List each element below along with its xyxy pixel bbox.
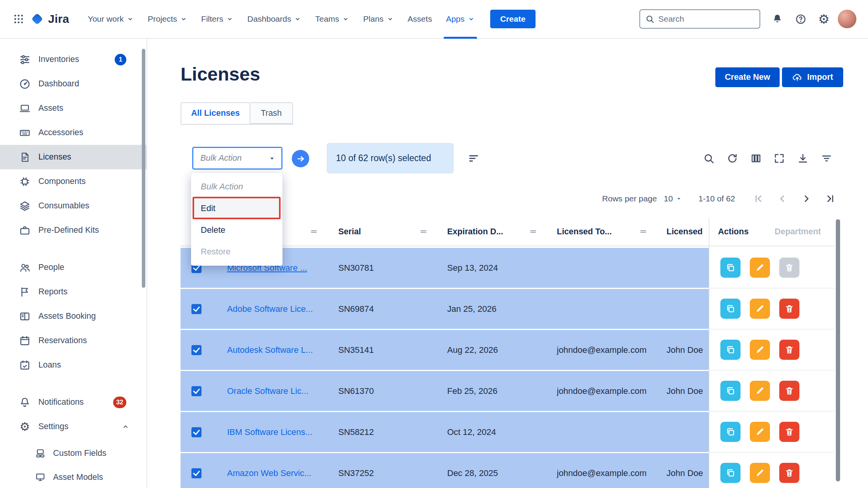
book-icon	[19, 311, 31, 322]
arrow-right-icon	[296, 154, 305, 163]
chevron-down-icon	[676, 196, 682, 202]
notifications-count-badge: 32	[113, 397, 126, 408]
sidebar-item-settings[interactable]: ⚙ Settings	[0, 414, 146, 439]
chevron-down-icon	[387, 15, 394, 22]
sidebar-item-dashboard[interactable]: Dashboard	[0, 72, 146, 96]
last-page-icon[interactable]	[823, 192, 837, 206]
filter-icon[interactable]	[818, 150, 835, 167]
import-button[interactable]: Import	[782, 67, 843, 87]
previous-page-icon[interactable]	[775, 192, 789, 206]
help-icon[interactable]	[791, 10, 810, 28]
copy-icon[interactable]	[720, 258, 741, 278]
row-checkbox[interactable]	[191, 345, 202, 355]
primary-navigation: Your work Projects Filters Dashboards Te…	[81, 0, 482, 38]
licensed-to-cell: johndoe@example.com	[557, 371, 646, 411]
bulk-menu-item-edit[interactable]: Edit	[191, 198, 282, 219]
nav-filters[interactable]: Filters	[194, 0, 240, 38]
copy-icon[interactable]	[720, 463, 741, 483]
nav-your-work[interactable]: Your work	[81, 0, 141, 38]
edit-pencil-icon[interactable]	[750, 381, 770, 401]
delete-trash-icon[interactable]	[779, 299, 799, 319]
column-drag-handle[interactable]	[310, 228, 318, 235]
sidebar-item-inventories[interactable]: Inventories 1	[0, 47, 146, 72]
create-button[interactable]: Create	[490, 10, 536, 28]
sort-icon[interactable]	[465, 150, 482, 167]
first-page-icon[interactable]	[751, 192, 765, 206]
sidebar-item-consumables[interactable]: Consumables	[0, 194, 146, 218]
sidebar-item-custom-fields[interactable]: Custom Fields	[0, 441, 146, 465]
refresh-icon[interactable]	[724, 150, 741, 167]
sidebar-item-label: Assets Booking	[38, 311, 96, 321]
nav-apps[interactable]: Apps	[439, 0, 482, 38]
row-checkbox[interactable]	[191, 386, 202, 396]
license-name-link[interactable]: IBM Software Licens...	[227, 412, 312, 452]
tab-trash[interactable]: Trash	[250, 102, 293, 124]
sidebar-item-pre-defined-kits[interactable]: Pre-Defined Kits	[0, 218, 146, 242]
gauge-icon	[19, 78, 31, 90]
fullscreen-icon[interactable]	[771, 150, 788, 167]
column-header-expiration-date: Expiration D...	[447, 218, 503, 246]
selection-info-banner: 10 of 62 row(s) selected	[327, 143, 454, 174]
sidebar-item-licenses[interactable]: Licenses	[0, 145, 146, 169]
jira-logo[interactable]: Jira	[30, 12, 69, 26]
nav-teams[interactable]: Teams	[308, 0, 356, 38]
sidebar-scrollbar[interactable]	[142, 49, 145, 288]
sidebar-item-assets[interactable]: Assets	[0, 96, 146, 120]
delete-trash-icon[interactable]	[779, 381, 799, 401]
delete-trash-icon[interactable]	[779, 422, 799, 442]
column-drag-handle[interactable]	[639, 228, 647, 235]
columns-icon[interactable]	[747, 150, 765, 167]
serial-cell: SN69874	[338, 289, 374, 329]
bulk-action-select[interactable]: Bulk Action	[192, 147, 282, 170]
download-icon[interactable]	[794, 150, 811, 167]
avatar[interactable]	[838, 10, 856, 28]
sidebar-item-people[interactable]: People	[0, 255, 146, 280]
sidebar-item-notifications[interactable]: Notifications 32	[0, 390, 146, 414]
license-name-link[interactable]: Adobe Software Lice...	[227, 289, 313, 329]
chevron-down-icon	[268, 155, 276, 162]
row-checkbox[interactable]	[191, 304, 202, 314]
table-scrollbar[interactable]	[836, 219, 840, 481]
edit-pencil-icon[interactable]	[750, 463, 770, 483]
sidebar-item-reservations[interactable]: Reservations	[0, 328, 146, 353]
edit-pencil-icon[interactable]	[750, 299, 770, 319]
delete-trash-icon[interactable]	[779, 340, 799, 360]
nav-assets[interactable]: Assets	[401, 0, 439, 38]
nav-plans[interactable]: Plans	[356, 0, 401, 38]
bulk-menu-item-delete[interactable]: Delete	[191, 219, 282, 241]
bell-icon[interactable]	[768, 10, 787, 28]
create-new-button[interactable]: Create New	[715, 67, 780, 87]
license-name-link[interactable]: Autodesk Software L...	[227, 330, 313, 370]
copy-icon[interactable]	[720, 299, 741, 319]
license-name-link[interactable]: Oracle Software Lic...	[227, 371, 308, 411]
column-drag-handle[interactable]	[420, 228, 427, 235]
search-input[interactable]	[658, 14, 754, 24]
copy-icon[interactable]	[720, 340, 741, 360]
sidebar-item-asset-models[interactable]: Asset Models	[0, 465, 146, 488]
license-name-link[interactable]: Amazon Web Servic...	[227, 453, 311, 488]
edit-pencil-icon[interactable]	[750, 258, 770, 278]
sidebar-item-assets-booking[interactable]: Assets Booking	[0, 304, 146, 328]
column-drag-handle[interactable]	[529, 228, 537, 235]
nav-dashboards[interactable]: Dashboards	[240, 0, 308, 38]
copy-icon[interactable]	[720, 422, 741, 442]
global-search[interactable]	[639, 9, 760, 29]
rows-per-page-select[interactable]: 10	[664, 194, 682, 203]
sidebar-item-accessories[interactable]: Accessories	[0, 120, 146, 145]
row-checkbox[interactable]	[191, 427, 202, 437]
next-page-icon[interactable]	[799, 192, 813, 206]
apply-bulk-action-button[interactable]	[292, 150, 309, 167]
sidebar-item-components[interactable]: Components	[0, 169, 146, 194]
gear-icon[interactable]: ⚙	[815, 10, 833, 28]
tab-all-licenses[interactable]: All Licenses	[181, 102, 250, 124]
sidebar-item-reports[interactable]: Reports	[0, 280, 146, 304]
edit-pencil-icon[interactable]	[750, 340, 770, 360]
edit-pencil-icon[interactable]	[750, 422, 770, 442]
search-icon[interactable]	[700, 150, 717, 167]
copy-icon[interactable]	[720, 381, 741, 401]
row-checkbox[interactable]	[191, 468, 202, 478]
sidebar-item-loans[interactable]: Loans	[0, 353, 146, 377]
nav-projects[interactable]: Projects	[141, 0, 194, 38]
delete-trash-icon[interactable]	[779, 463, 799, 483]
app-switcher-icon[interactable]	[9, 10, 28, 28]
